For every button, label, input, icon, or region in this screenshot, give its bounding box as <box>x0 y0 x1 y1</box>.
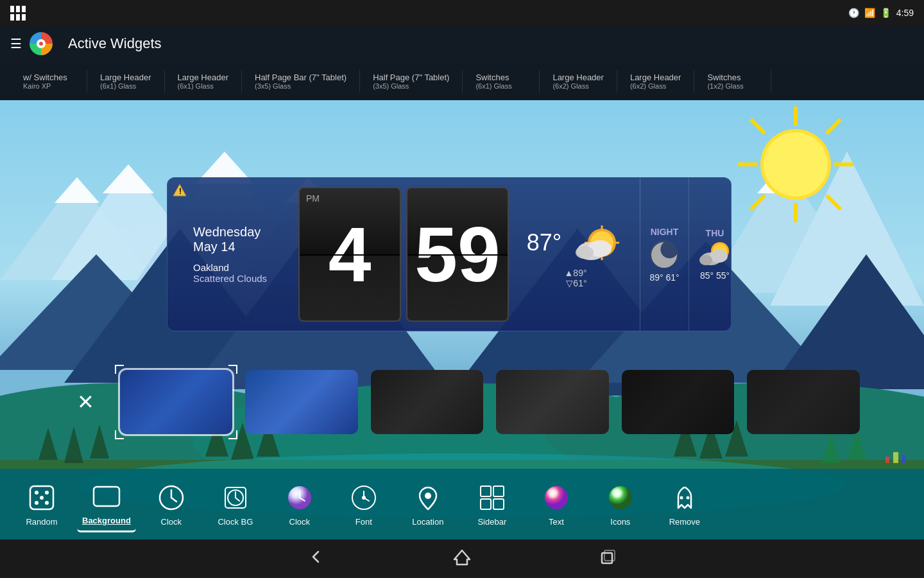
back-button[interactable] <box>307 548 325 570</box>
toolbar-text[interactable]: Text <box>527 477 585 532</box>
svg-rect-75 <box>94 487 119 506</box>
bottom-toolbar: Random Background Clock <box>0 469 924 539</box>
widget-tab-3[interactable]: Half Page Bar (7" Tablet) (3x5) Glass <box>242 70 360 92</box>
remove-icon <box>669 482 700 513</box>
svg-point-97 <box>680 496 683 499</box>
hamburger-menu[interactable]: ☰ <box>10 36 22 51</box>
weather-clock: PM 4 59 <box>296 178 511 331</box>
svg-point-63 <box>699 255 712 265</box>
background-icon <box>91 481 122 512</box>
toolbar-background[interactable]: Background <box>77 476 136 532</box>
svg-rect-94 <box>493 499 504 509</box>
thumbnail-3[interactable] <box>496 370 609 434</box>
font-label: Font <box>355 517 372 527</box>
thumbnail-4[interactable] <box>622 370 735 434</box>
recent-apps-button[interactable] <box>599 548 617 570</box>
widget-tabs-row: w/ Switches Kairo XP Large Header (6x1) … <box>0 62 924 100</box>
random-label: Random <box>26 517 57 527</box>
svg-point-90 <box>425 493 431 499</box>
background-sun <box>732 100 860 229</box>
clock-icon: 🕐 <box>848 8 859 18</box>
text-label: Text <box>549 517 564 527</box>
toolbar-icons[interactable]: Icons <box>592 477 649 532</box>
forecast-night: NIGHT 89° 61° <box>640 178 689 331</box>
widget-tab-0[interactable]: w/ Switches Kairo XP <box>10 70 87 92</box>
temp-range: ▲89° ▽61° <box>564 268 586 288</box>
thumbnail-selected[interactable] <box>120 370 233 434</box>
toolbar-clock[interactable]: Clock <box>142 477 200 532</box>
widget-tab-1[interactable]: Large Header (6x1) Glass <box>87 70 165 92</box>
svg-point-96 <box>609 486 632 509</box>
svg-rect-100 <box>602 553 612 563</box>
alert-icon: ! <box>173 183 187 197</box>
toolbar-location[interactable]: Location <box>399 477 457 532</box>
remove-label: Remove <box>669 517 700 527</box>
widget-tab-8[interactable]: Switches (1x2) Glass <box>694 70 771 92</box>
ampm-label: PM <box>306 193 320 204</box>
svg-rect-93 <box>481 499 491 509</box>
thumbnail-row: ✕ <box>0 363 924 441</box>
delete-button[interactable]: ✕ <box>64 376 107 428</box>
widget-tab-2[interactable]: Large Header (6x1) Glass <box>165 70 243 92</box>
thumbnail-1[interactable] <box>245 370 358 434</box>
toolbar-clock2[interactable]: Clock <box>271 477 329 532</box>
svg-line-42 <box>826 195 841 209</box>
svg-rect-91 <box>481 486 491 496</box>
location-label: Location <box>412 517 443 527</box>
forecast-thu: THU 85° 55° <box>689 178 732 331</box>
svg-point-73 <box>45 491 49 495</box>
svg-point-57 <box>576 246 594 259</box>
svg-point-89 <box>362 496 366 500</box>
header-title: Active Widgets <box>68 35 162 52</box>
svg-point-74 <box>35 501 38 505</box>
svg-point-70 <box>35 491 38 495</box>
weather-city: Oakland <box>193 262 283 273</box>
weather-date: May 14 <box>193 240 283 254</box>
weather-day: Wednesday <box>193 225 283 240</box>
status-right: 🕐 📶 🔋 4:59 <box>848 8 914 18</box>
nav-bar <box>0 539 924 578</box>
toolbar-random[interactable]: Random <box>13 477 71 532</box>
clock-hour: PM 4 <box>298 187 401 322</box>
widget-tab-4[interactable]: Half Page (7" Tablet) (3x5) Glass <box>360 70 463 92</box>
sidebar-label: Sidebar <box>477 517 506 527</box>
svg-point-62 <box>710 250 728 263</box>
svg-rect-101 <box>604 550 615 561</box>
toolbar-clock-bg[interactable]: Clock BG <box>207 477 264 532</box>
clock-label: Clock <box>161 517 182 527</box>
background-label: Background <box>82 516 131 525</box>
svg-text:!: ! <box>179 187 182 196</box>
text-icon <box>541 482 572 513</box>
night-icon <box>647 237 682 272</box>
battery-icon: 🔋 <box>880 8 891 18</box>
widget-tab-7[interactable]: Large Header (6x2) Glass <box>617 70 695 92</box>
weather-widget: ! Wednesday May 14 Oakland Scattered Clo… <box>167 177 732 331</box>
icons-icon <box>605 482 636 513</box>
wifi-icon: 📶 <box>864 8 875 18</box>
widget-tab-6[interactable]: Large Header (6x2) Glass <box>540 70 617 92</box>
svg-rect-34 <box>886 457 889 463</box>
grid-icon <box>10 6 26 21</box>
svg-marker-99 <box>454 550 470 565</box>
thumbnail-5[interactable] <box>747 370 860 434</box>
clock-bg-icon <box>220 482 251 513</box>
svg-point-95 <box>545 486 568 509</box>
random-icon <box>26 482 57 513</box>
svg-line-41 <box>751 119 765 134</box>
svg-line-43 <box>826 119 841 134</box>
icons-label: Icons <box>610 517 630 527</box>
status-bar: 🕐 📶 🔋 4:59 <box>0 0 924 26</box>
sidebar-icon <box>477 482 508 513</box>
widget-tab-5[interactable]: Switches (6x1) Glass <box>463 70 540 92</box>
toolbar-remove[interactable]: Remove <box>656 477 714 532</box>
clock2-icon <box>284 482 315 513</box>
thumbnail-2[interactable] <box>371 370 484 434</box>
svg-point-98 <box>686 496 689 499</box>
svg-point-46 <box>764 132 828 197</box>
home-button[interactable] <box>453 548 471 570</box>
clock2-label: Clock <box>289 517 311 527</box>
location-icon <box>413 482 443 513</box>
toolbar-sidebar[interactable]: Sidebar <box>463 477 521 532</box>
toolbar-font[interactable]: Font <box>335 477 393 532</box>
clock-minute: 59 <box>406 187 509 322</box>
